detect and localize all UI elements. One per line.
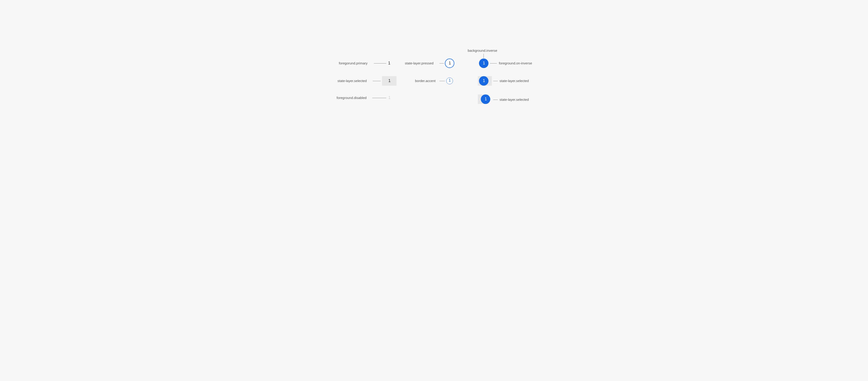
label-state-layer-selected-1: state-layer.selected <box>338 79 367 83</box>
label-state-layer-selected-3: state-layer.selected <box>500 98 529 101</box>
connector <box>493 81 498 81</box>
label-foreground-disabled: foreground.disabled <box>337 96 367 100</box>
sample-number-selected: 1 <box>388 78 391 83</box>
connector-vertical <box>484 54 484 58</box>
sample-number-accent: 1 <box>449 78 451 83</box>
connector <box>439 81 445 81</box>
sample-number-on-inverse-2: 1 <box>483 78 485 83</box>
connector <box>372 98 386 98</box>
sample-number-primary: 1 <box>388 61 391 66</box>
label-foreground-primary: foregorund.primary <box>339 61 368 65</box>
label-background-inverse: background.inverse <box>468 49 497 53</box>
label-state-layer-selected-2: state-layer.selected <box>500 79 529 83</box>
connector <box>493 100 498 100</box>
connector <box>373 81 381 81</box>
sample-number-disabled: 1 <box>388 95 391 100</box>
design-token-diagram: foregorund.primary 1 state-layer.selecte… <box>260 0 608 152</box>
sample-number-on-inverse-3: 1 <box>485 97 487 101</box>
label-border-accent: border.accent <box>415 79 436 83</box>
label-state-layer-pressed: state-layer.pressed <box>405 61 434 65</box>
sample-number-pressed: 1 <box>449 61 451 66</box>
sample-number-on-inverse: 1 <box>483 61 485 66</box>
label-foreground-on-inverse: foreground.on-inverse <box>499 61 532 65</box>
